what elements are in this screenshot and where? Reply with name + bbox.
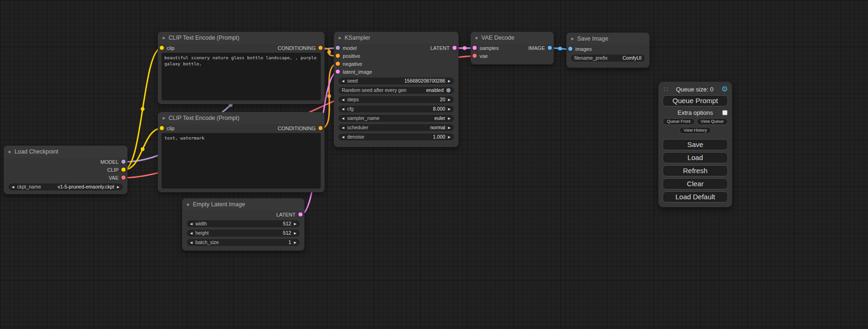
decrement-arrow-icon[interactable]: ◀ <box>342 96 344 103</box>
collapse-dot-icon[interactable] <box>8 151 11 153</box>
increment-arrow-icon[interactable]: ▶ <box>294 239 296 246</box>
increment-arrow-icon[interactable]: ▶ <box>448 105 451 112</box>
node-ksampler[interactable]: KSampler model LATENT positive negative … <box>334 32 459 147</box>
increment-arrow-icon[interactable]: ▶ <box>294 230 296 237</box>
node-titlebar[interactable]: VAE Decode <box>471 32 554 44</box>
increment-arrow-icon[interactable]: ▶ <box>448 124 451 131</box>
latent-image-input-port[interactable] <box>336 70 340 74</box>
toggle-indicator-icon[interactable] <box>446 88 451 92</box>
link-midpoint-dot[interactable] <box>327 50 331 54</box>
node-graph-canvas[interactable]: Load Checkpoint MODEL CLIP VAE ◀ ckpt_na… <box>0 0 868 329</box>
batch-size-widget[interactable]: ◀ batch_size 1 ▶ <box>187 239 300 246</box>
decrement-arrow-icon[interactable]: ◀ <box>190 239 192 246</box>
node-titlebar[interactable]: CLIP Text Encode (Prompt) <box>158 112 325 124</box>
ckpt-name-widget[interactable]: ◀ ckpt_name v1-5-pruned-emaonly.ckpt ▶ <box>8 183 123 190</box>
negative-input-port[interactable] <box>336 62 340 66</box>
prompt-textarea[interactable]: beautiful scenery nature glass bottle la… <box>162 53 321 100</box>
widget-label: width <box>195 220 207 227</box>
sampler-name-widget[interactable]: ◀ sampler_name euler ▶ <box>339 115 454 122</box>
random-seed-toggle-widget[interactable]: Random seed after every gen enabled <box>339 87 454 94</box>
queue-front-button[interactable]: Queue Front <box>663 118 695 125</box>
image-output-port[interactable] <box>548 46 552 50</box>
save-button[interactable]: Save <box>663 139 728 150</box>
node-titlebar[interactable]: Save Image <box>566 33 649 45</box>
link-midpoint-dot[interactable] <box>463 46 466 50</box>
conditioning-output-port[interactable] <box>318 126 323 130</box>
extra-options-checkbox[interactable] <box>722 110 727 115</box>
link-midpoint-dot[interactable] <box>327 94 331 98</box>
vae-output-port[interactable] <box>121 175 126 180</box>
view-queue-button[interactable]: View Queue <box>697 118 728 125</box>
decrement-arrow-icon[interactable]: ◀ <box>342 133 344 140</box>
node-title: Empty Latent Image <box>193 201 245 208</box>
increment-arrow-icon[interactable]: ▶ <box>294 220 296 227</box>
width-widget[interactable]: ◀ width 512 ▶ <box>187 220 300 227</box>
node-vae-decode[interactable]: VAE Decode samples IMAGE vae <box>471 32 554 64</box>
node-titlebar[interactable]: CLIP Text Encode (Prompt) <box>158 32 325 44</box>
collapse-dot-icon[interactable] <box>162 37 165 39</box>
increment-arrow-icon[interactable]: ▶ <box>448 115 451 122</box>
load-default-button[interactable]: Load Default <box>663 191 728 203</box>
clear-button[interactable]: Clear <box>663 178 728 189</box>
widget-label: seed <box>347 77 358 84</box>
clip-output-port[interactable] <box>121 168 126 172</box>
decrement-arrow-icon[interactable]: ◀ <box>342 115 344 122</box>
filename-prefix-widget[interactable]: filename_prefix ComfyUI <box>571 55 645 62</box>
node-titlebar[interactable]: KSampler <box>334 32 459 44</box>
output-row-vae: VAE <box>4 174 127 182</box>
increment-arrow-icon[interactable]: ▶ <box>448 77 451 84</box>
decrement-arrow-icon[interactable]: ◀ <box>12 183 14 190</box>
port-label: LATENT <box>430 45 450 51</box>
collapse-dot-icon[interactable] <box>475 37 478 39</box>
vae-input-port[interactable] <box>473 54 477 58</box>
latent-output-port[interactable] <box>298 212 303 217</box>
link-wire[interactable] <box>124 128 162 170</box>
queue-prompt-button[interactable]: Queue Prompt <box>663 95 728 106</box>
collapse-dot-icon[interactable] <box>162 117 165 119</box>
collapse-dot-icon[interactable] <box>187 203 189 206</box>
decrement-arrow-icon[interactable]: ◀ <box>190 230 192 237</box>
collapse-dot-icon[interactable] <box>339 37 341 39</box>
decrement-arrow-icon[interactable]: ◀ <box>190 220 192 227</box>
increment-arrow-icon[interactable]: ▶ <box>448 133 451 140</box>
node-empty-latent-image[interactable]: Empty Latent Image LATENT ◀ width 512 ▶ … <box>182 198 304 251</box>
link-midpoint-dot[interactable] <box>141 147 145 151</box>
prompt-textarea[interactable]: text, watermark <box>162 133 321 189</box>
node-clip-text-encode-negative[interactable]: CLIP Text Encode (Prompt) clip CONDITION… <box>158 112 325 192</box>
increment-arrow-icon[interactable]: ▶ <box>448 96 451 103</box>
node-load-checkpoint[interactable]: Load Checkpoint MODEL CLIP VAE ◀ ckpt_na… <box>4 146 127 194</box>
seed-widget[interactable]: ◀ seed 156680208700286 ▶ <box>339 77 454 84</box>
decrement-arrow-icon[interactable]: ◀ <box>342 124 344 131</box>
decrement-arrow-icon[interactable]: ◀ <box>342 105 344 112</box>
collapse-dot-icon[interactable] <box>571 38 573 40</box>
drag-handle-icon[interactable] <box>663 86 668 92</box>
history-row: View History <box>663 127 728 134</box>
link-midpoint-dot[interactable] <box>141 107 145 111</box>
node-titlebar[interactable]: Load Checkpoint <box>4 146 127 158</box>
positive-input-port[interactable] <box>336 54 340 58</box>
refresh-button[interactable]: Refresh <box>663 165 728 176</box>
height-widget[interactable]: ◀ height 512 ▶ <box>187 230 300 237</box>
images-input-port[interactable] <box>568 47 572 51</box>
denoise-widget[interactable]: ◀ denoise 1.000 ▶ <box>339 133 454 140</box>
load-button[interactable]: Load <box>663 152 728 163</box>
settings-gear-icon[interactable]: ⚙ <box>721 85 728 93</box>
view-history-button[interactable]: View History <box>679 127 711 134</box>
increment-arrow-icon[interactable]: ▶ <box>117 183 120 190</box>
decrement-arrow-icon[interactable]: ◀ <box>342 77 344 84</box>
clip-input-port[interactable] <box>160 126 164 130</box>
scheduler-widget[interactable]: ◀ scheduler normal ▶ <box>339 124 454 131</box>
link-wire[interactable] <box>124 48 162 170</box>
latent-output-port[interactable] <box>452 46 457 50</box>
node-clip-text-encode-positive[interactable]: CLIP Text Encode (Prompt) clip CONDITION… <box>158 32 325 104</box>
node-titlebar[interactable]: Empty Latent Image <box>182 198 304 210</box>
steps-widget[interactable]: ◀ steps 20 ▶ <box>339 96 454 103</box>
cfg-widget[interactable]: ◀ cfg 8.000 ▶ <box>339 105 454 112</box>
node-save-image[interactable]: Save Image images filename_prefix ComfyU… <box>566 33 649 68</box>
model-input-port[interactable] <box>336 46 340 50</box>
link-midpoint-dot[interactable] <box>558 47 562 50</box>
samples-input-port[interactable] <box>473 46 477 50</box>
conditioning-output-port[interactable] <box>318 46 323 50</box>
model-output-port[interactable] <box>121 160 126 164</box>
clip-input-port[interactable] <box>160 46 164 50</box>
